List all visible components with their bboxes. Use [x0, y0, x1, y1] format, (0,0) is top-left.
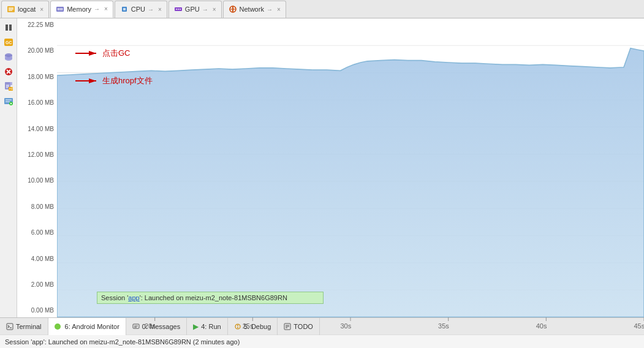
session-bar: Session 'app': Launched on meizu-m2_note…	[97, 292, 324, 304]
gpu-icon	[174, 5, 183, 13]
y-axis: 22.25 MB 20.00 MB 18.00 MB 16.00 MB 14.0…	[17, 18, 57, 317]
tab-cpu-arrow: →	[148, 6, 154, 13]
terminal-label: Terminal	[16, 323, 42, 330]
pause-button[interactable]	[2, 21, 15, 34]
chart-inner: 22.25 MB 20.00 MB 18.00 MB 16.00 MB 14.0…	[17, 18, 644, 317]
tab-gpu-label: GPU	[185, 6, 200, 13]
main-content: GC	[0, 18, 644, 317]
y-label-7: 8.00 MB	[17, 203, 54, 210]
y-label-6: 10.00 MB	[17, 177, 54, 184]
svg-rect-67	[7, 323, 13, 330]
svg-rect-5	[58, 8, 59, 10]
x-axis-svg: 20s 25s 30s 35s 40s 45s	[57, 317, 644, 331]
y-label-1: 20.00 MB	[17, 47, 54, 54]
svg-text:40s: 40s	[536, 322, 547, 329]
svg-text:20s: 20s	[145, 322, 156, 329]
tab-memory-label: Memory	[67, 6, 91, 13]
tab-gpu[interactable]: GPU → ×	[169, 1, 222, 18]
tab-cpu-close[interactable]: ×	[158, 6, 162, 13]
svg-text:GC: GC	[6, 40, 12, 45]
logcat-icon	[7, 5, 15, 13]
tab-cpu[interactable]: CPU → ×	[115, 1, 167, 18]
svg-rect-7	[61, 8, 63, 10]
y-label-11: 0.00 MB	[17, 307, 54, 314]
dump-heap-button[interactable]	[2, 50, 15, 64]
y-label-3: 16.00 MB	[17, 99, 54, 106]
tab-gpu-arrow: →	[202, 6, 208, 13]
session-text: Session 'app': Launched on meizu-m2_note…	[101, 294, 287, 301]
tab-logcat[interactable]: logcat ×	[1, 1, 49, 18]
memory-icon	[56, 5, 64, 13]
memory-chart-svg	[57, 18, 644, 317]
y-label-4: 14.00 MB	[17, 126, 54, 132]
svg-rect-11	[176, 9, 177, 10]
y-label-9: 4.00 MB	[17, 255, 54, 262]
network-icon	[229, 5, 237, 13]
y-label-5: 12.00 MB	[17, 151, 54, 158]
y-label-2: 18.00 MB	[17, 74, 54, 80]
tab-network[interactable]: Network → ×	[223, 1, 286, 18]
alloc-tracker-button[interactable]	[2, 94, 15, 108]
status-text: Session 'app': Launched on meizu-m2_note…	[5, 338, 240, 346]
tab-memory-arrow: →	[94, 6, 100, 12]
svg-text:HP: HP	[9, 87, 13, 91]
cpu-icon	[120, 5, 129, 13]
status-bar: Session 'app': Launched on meizu-m2_note…	[0, 335, 644, 348]
svg-point-22	[5, 57, 12, 61]
session-app-link[interactable]: app	[128, 294, 139, 301]
svg-rect-16	[6, 25, 8, 31]
y-label-10: 2.00 MB	[17, 281, 54, 288]
svg-text:35s: 35s	[438, 322, 449, 329]
y-label-0: 22.25 MB	[17, 21, 54, 28]
hprof-button[interactable]: HP	[2, 80, 15, 93]
tab-memory-close[interactable]: ×	[104, 6, 108, 12]
y-label-8: 6.00 MB	[17, 229, 54, 236]
svg-text:30s: 30s	[340, 322, 351, 329]
tab-network-close[interactable]: ×	[277, 6, 281, 13]
gc-button[interactable]: GC	[2, 36, 15, 49]
chart-area: 22.25 MB 20.00 MB 18.00 MB 16.00 MB 14.0…	[17, 18, 644, 317]
tab-network-arrow: →	[267, 6, 273, 13]
tab-network-label: Network	[240, 6, 264, 13]
svg-rect-12	[178, 9, 179, 10]
svg-rect-6	[59, 8, 61, 10]
tab-logcat-close[interactable]: ×	[40, 6, 44, 13]
tab-memory[interactable]: Memory → ×	[50, 1, 113, 18]
memory-area	[57, 48, 644, 317]
tab-logcat-label: logcat	[18, 6, 36, 13]
sidebar: GC	[0, 18, 17, 317]
svg-text:25s: 25s	[243, 322, 254, 329]
terminal-icon	[6, 323, 13, 330]
bottom-tab-terminal[interactable]: Terminal	[0, 318, 48, 335]
svg-text:45s: 45s	[634, 322, 644, 329]
tab-cpu-label: CPU	[131, 6, 145, 13]
svg-rect-27	[9, 82, 12, 85]
chart-plot: 点击GC 生成hropf文件 S	[57, 18, 644, 317]
svg-rect-13	[180, 9, 181, 10]
x-axis: 20s 25s 30s 35s 40s 45s	[57, 317, 644, 331]
svg-rect-17	[9, 25, 12, 31]
tab-gpu-close[interactable]: ×	[213, 6, 216, 13]
svg-rect-9	[123, 8, 126, 10]
stop-button[interactable]	[2, 65, 15, 78]
tab-bar: logcat × Memory → × CPU → × GPU → × Netw…	[0, 0, 644, 18]
